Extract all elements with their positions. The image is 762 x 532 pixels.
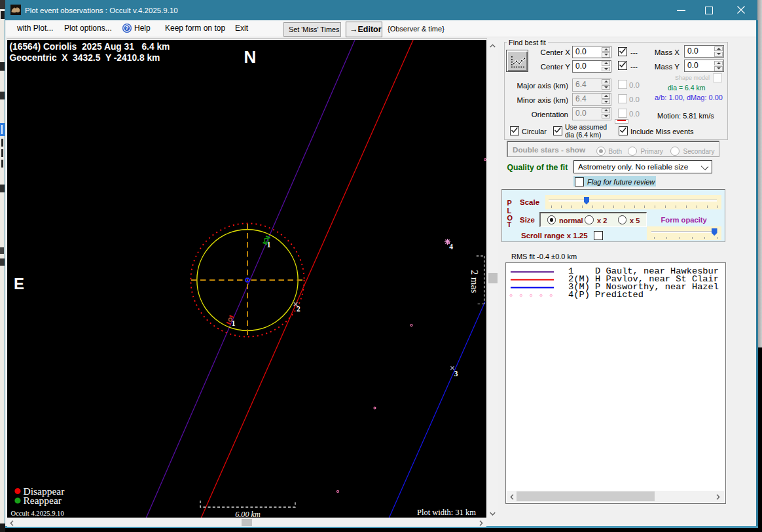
svg-text:1: 1 [267, 241, 271, 249]
svg-text:2 mas: 2 mas [469, 270, 480, 294]
svg-text:6.00 km: 6.00 km [235, 510, 261, 518]
svg-text:2: 2 [297, 305, 300, 313]
svg-text:(16564) Coriolis 2025 Aug 31: (16564) Coriolis 2025 Aug 31 6.4 km [10, 42, 170, 52]
svg-text:Occult 4.2025.9.10: Occult 4.2025.9.10 [11, 510, 64, 517]
svg-text:Reappear: Reappear [24, 495, 62, 506]
svg-text:4(P) Predicted: 4(P) Predicted [568, 290, 644, 300]
svg-text:Plot width: 31 km: Plot width: 31 km [417, 508, 476, 517]
svg-text:1: 1 [232, 319, 236, 327]
svg-text:N: N [244, 47, 257, 67]
svg-text:E: E [14, 275, 24, 293]
svg-text:3: 3 [454, 370, 458, 378]
svg-text:4: 4 [449, 243, 453, 251]
svg-text:Geocentric X 3432.5 Y -2410: Geocentric X 3432.5 Y -2410.8 km [10, 53, 160, 63]
